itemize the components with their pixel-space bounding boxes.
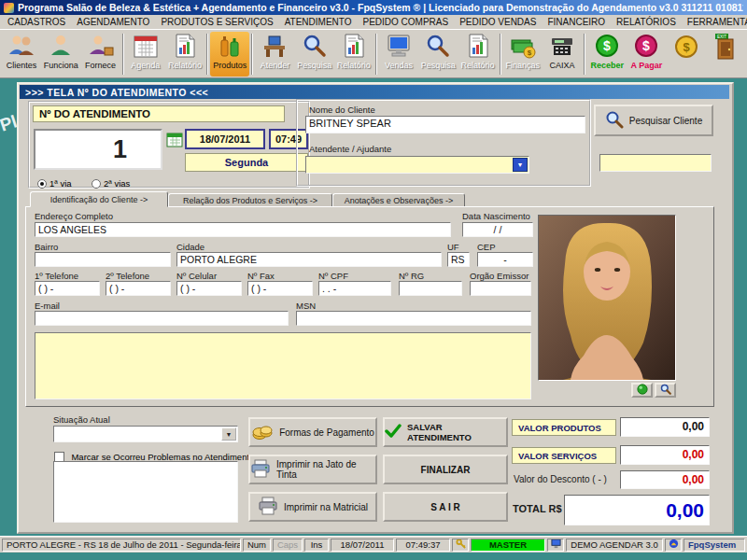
services-value-label: VALOR SERVIÇOS: [512, 447, 616, 464]
toolbar-label: Relatório: [168, 61, 202, 70]
status-logo-cell: [665, 539, 682, 552]
phone2-label: 2º Telefone: [106, 271, 149, 281]
menu-item-pedido-vendas[interactable]: PEDIDO VENDAS: [454, 17, 542, 27]
via2-radio[interactable]: [92, 179, 101, 189]
toolbar-fornecedores-button[interactable]: Fornece: [80, 32, 120, 77]
discount-value: 0,00: [620, 470, 710, 489]
address-label: Endereço Completo: [35, 211, 113, 221]
toolbar-label: CAIXA: [549, 61, 574, 70]
products-value-label: VALOR PRODUTOS: [512, 419, 616, 436]
toolbar-vendas-pesquisa-button[interactable]: Pesquisa: [418, 32, 458, 77]
menu-item-cadastros[interactable]: CADASTROS: [2, 17, 71, 27]
via1-label: 1ª via: [49, 178, 72, 189]
cpf-input[interactable]: . . -: [318, 281, 391, 296]
assistant-input[interactable]: [599, 154, 712, 172]
client-name-input[interactable]: BRITNEY SPEAR: [305, 116, 585, 133]
photo-search-button[interactable]: [655, 383, 676, 398]
print-matrix-button[interactable]: Imprimir na Matricial: [248, 492, 377, 522]
phone1-input[interactable]: ( ) -: [35, 281, 100, 296]
print-inkjet-button[interactable]: Imprimir na Jato de Tinta: [248, 455, 377, 484]
total-label: TOTAL R$: [513, 503, 562, 514]
menu-item-pedido-compras[interactable]: PEDIDO COMPRAS: [357, 17, 454, 27]
city-input[interactable]: PORTO ALEGRE: [176, 252, 442, 267]
svg-text:$: $: [642, 38, 650, 53]
menu-item-relatorios[interactable]: RELATÓRIOS: [611, 17, 682, 27]
calendar-mini-icon[interactable]: [166, 132, 183, 152]
issuer-input[interactable]: [470, 281, 531, 296]
cep-input[interactable]: -: [477, 252, 533, 267]
rg-input[interactable]: [399, 281, 462, 296]
search-icon: [660, 384, 671, 397]
status-location: PORTO ALEGRE - RS 18 de Julho de 2011 - …: [2, 539, 241, 552]
printer-icon: [250, 459, 271, 480]
fax-input[interactable]: ( ) -: [247, 281, 313, 296]
client-notes-area[interactable]: [35, 332, 531, 399]
toolbar-caixa-button[interactable]: CAIXA: [543, 32, 582, 77]
payment-methods-label: Formas de Pagamento: [279, 427, 374, 438]
toolbar-vendas-button[interactable]: Vendas: [379, 32, 418, 77]
status-ins: Ins: [304, 539, 329, 552]
tab-identificacao[interactable]: Identificação do Cliente ->: [30, 191, 168, 207]
menu-item-financeiro[interactable]: FINANCEIRO: [542, 17, 611, 27]
toolbar-label: Relatório: [461, 61, 495, 70]
birth-date-input[interactable]: / /: [462, 222, 533, 237]
toolbar-atender-button[interactable]: Atender: [255, 32, 294, 77]
status-time: 07:49:37: [396, 539, 450, 552]
search-client-button[interactable]: Pesquisar Cliente: [594, 105, 713, 136]
address-input[interactable]: LOS ANGELES: [35, 222, 451, 237]
tab-anotacoes[interactable]: Anotações e Observações ->: [332, 193, 465, 207]
attendant-combobox[interactable]: ▼: [305, 156, 529, 174]
chevron-down-icon[interactable]: ▼: [221, 427, 236, 441]
form-titlebar: >>> TELA Nº DO ATENDIMENTO <<<: [20, 85, 729, 99]
situation-label: Situação Atual: [53, 414, 110, 425]
attendant-label: Atendente / Ajudante: [309, 144, 391, 154]
via1-radio[interactable]: [37, 179, 47, 189]
tab-produtos-servicos[interactable]: Relação dos Produtos e Serviços ->: [168, 193, 332, 207]
toolbar: Clientes Funciona Fornece Agenda Relatór…: [0, 29, 747, 78]
uf-input[interactable]: RS: [447, 252, 470, 267]
menu-item-atendimento[interactable]: ATENDIMENTO: [279, 17, 358, 27]
toolbar-agenda-relatorio-button[interactable]: Relatório: [165, 32, 204, 77]
status-brand: FpqSystem: [684, 539, 745, 552]
status-user: MASTER: [471, 539, 545, 552]
toolbar-clientes-button[interactable]: Clientes: [2, 32, 41, 77]
chevron-down-icon[interactable]: ▼: [513, 158, 528, 172]
save-attendance-button[interactable]: SALVAR ATENDIMENTO: [383, 417, 508, 447]
toolbar-atender-relatorio-button[interactable]: Relatório: [334, 32, 374, 77]
payment-methods-button[interactable]: Formas de Pagamento: [248, 417, 377, 447]
toolbar-vendas-relatorio-button[interactable]: Relatório: [458, 32, 497, 77]
problem-notes-area[interactable]: [53, 461, 238, 523]
search-icon: [424, 33, 452, 61]
toolbar-label: Atender: [261, 61, 290, 70]
cpf-label: Nº CPF: [318, 271, 348, 281]
district-label: Bairro: [35, 242, 58, 252]
fax-label: Nº Fax: [247, 271, 275, 281]
toolbar-agenda-button[interactable]: Agenda: [126, 32, 165, 77]
exit-button[interactable]: S A I R: [383, 492, 508, 522]
birth-date-label: Data Nascimento: [462, 211, 530, 221]
menu-item-produtos-servicos[interactable]: PRODUTOS E SERVIÇOS: [155, 17, 278, 27]
phone2-input[interactable]: ( ) -: [106, 281, 171, 296]
menu-item-agendamento[interactable]: AGENDAMENTO: [71, 17, 155, 27]
msn-input[interactable]: [296, 311, 531, 326]
cellphone-input[interactable]: ( ) -: [176, 281, 242, 296]
toolbar-atender-pesquisa-button[interactable]: Pesquisa: [295, 32, 334, 77]
report-icon: [171, 33, 199, 61]
toolbar-produtos-button[interactable]: Produtos: [210, 32, 249, 77]
toolbar-financas-button[interactable]: $ Finanças: [503, 32, 543, 77]
menu-item-ferramentas[interactable]: FERRAMENTAS: [682, 17, 747, 27]
toolbar-receber-button[interactable]: $ Receber: [587, 32, 627, 77]
toolbar-funcionarios-button[interactable]: Funciona: [41, 32, 80, 77]
toolbar-sair-button[interactable]: EXIT: [706, 32, 745, 77]
menu-bar: CADASTROS AGENDAMENTO PRODUTOS E SERVIÇO…: [0, 15, 747, 29]
toolbar-coin-button[interactable]: $: [667, 32, 706, 77]
rg-label: Nº RG: [399, 271, 424, 281]
email-input[interactable]: [35, 311, 289, 326]
toolbar-separator: [122, 34, 124, 75]
district-input[interactable]: [35, 252, 171, 267]
toolbar-label: Pesquisa: [421, 61, 456, 70]
photo-webcam-button[interactable]: [631, 383, 653, 398]
situation-combobox[interactable]: ▼: [53, 426, 238, 442]
finalize-button[interactable]: FINALIZAR: [383, 455, 508, 484]
toolbar-apagar-button[interactable]: $ A Pagar: [627, 32, 666, 77]
